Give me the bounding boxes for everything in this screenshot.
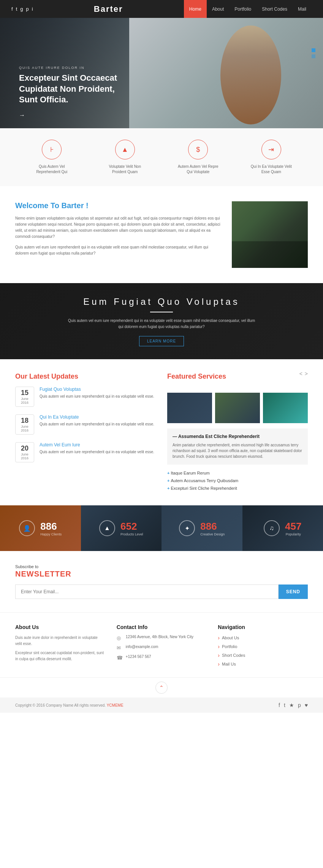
nav-portfolio[interactable]: Portfolio xyxy=(229,0,256,18)
footer-nav-col: Navigation About Us Portfolio Short Code… xyxy=(218,624,308,670)
update-link-3[interactable]: Autem Vel Eum Iure xyxy=(40,442,156,448)
footer-about-title: About Us xyxy=(15,624,105,630)
hero-arrow[interactable]: → xyxy=(19,112,25,119)
social-google[interactable]: g xyxy=(20,6,23,12)
features-section: ⊦ Quis Autem Vel Reprehenderit Qui ▲ Vol… xyxy=(0,128,323,186)
hero-title: Excepteur Sint Occaecat Cupidatat Non Pr… xyxy=(19,73,133,105)
social-pinterest[interactable]: p xyxy=(26,6,28,12)
footer-nav-shortcodes[interactable]: Short Codes xyxy=(218,652,308,658)
stat-panel-2: ▲ 652 Products Level xyxy=(81,505,162,551)
credit-link[interactable]: YCMEME xyxy=(107,703,124,707)
stat-panel-4: ♫ 457 Popularity xyxy=(242,505,323,551)
services-featured-text: Anim pariatur cliche reprehenderit, enim… xyxy=(173,442,302,459)
nav-home[interactable]: Home xyxy=(184,0,207,18)
welcome-para2: Quis autem vel eum iure reprehenderit qu… xyxy=(15,244,220,256)
service-img-1 xyxy=(167,393,212,423)
update-item-2: 18 June 2016 Qui In Ea Voluptate Quis au… xyxy=(15,414,156,435)
services-column: Featured Services < > Assumenda Est Clic… xyxy=(167,373,308,492)
parallax-text: Quis autem vel eum iure reprehenderit qu… xyxy=(66,318,256,330)
footer-star-icon[interactable]: ★ xyxy=(289,702,294,708)
hero-dots xyxy=(312,48,315,58)
stat-number-4: 457 xyxy=(285,521,301,532)
footer-nav-about[interactable]: About Us xyxy=(218,635,308,641)
stat-label-2: Products Level xyxy=(120,532,143,536)
stat-label-4: Popularity xyxy=(285,532,301,536)
location-icon: ◎ xyxy=(117,635,123,641)
update-item-1: 15 June 2016 Fugiat Quo Voluptas Quis au… xyxy=(15,387,156,407)
nav-links: Home About Portfolio Short Codes Mail xyxy=(184,0,312,18)
newsletter-section: Subscribe to NEWSLETTER SEND xyxy=(0,551,323,612)
update-link-2[interactable]: Qui In Ea Voluptate xyxy=(40,414,156,420)
social-twitter[interactable]: t xyxy=(16,6,17,12)
welcome-title: Welcome To Barter ! xyxy=(15,201,220,210)
scroll-up-area: ⌃ xyxy=(0,677,323,698)
updates-column: Our Latest Updates 15 June 2016 Fugiat Q… xyxy=(15,373,156,492)
update-date-2: 18 June 2016 xyxy=(15,414,34,435)
hero-label: QUIS AUTE IRURE DOLOR IN xyxy=(19,66,133,70)
feature-1-icon: ⊦ xyxy=(42,140,62,159)
service-img-3 xyxy=(263,393,308,423)
newsletter-send-button[interactable]: SEND xyxy=(279,585,308,599)
hero-section: QUIS AUTE IRURE DOLOR IN Excepteur Sint … xyxy=(0,18,323,128)
feature-1-text: Quis Autem Vel Reprehenderit Qui xyxy=(29,164,74,175)
stat-label-3: Creative Design xyxy=(200,532,225,536)
services-title: Featured Services xyxy=(167,373,226,381)
stat-content-2: 652 Products Level xyxy=(120,521,143,536)
welcome-left: Welcome To Barter ! Nemo enim ipsam volu… xyxy=(15,201,220,261)
parallax-section: Eum Fugiat Quo Voluptas Quis autem vel e… xyxy=(0,283,323,359)
hero-content: QUIS AUTE IRURE DOLOR IN Excepteur Sint … xyxy=(19,66,133,105)
feature-4-icon: ⇥ xyxy=(261,140,281,159)
footer-phone: ☎ +1234 567 567 xyxy=(117,655,207,661)
stat-icon-3: ✦ xyxy=(179,520,195,536)
social-links: f t g p i xyxy=(11,6,33,12)
scroll-up-button[interactable]: ⌃ xyxy=(155,682,168,694)
email-icon: ✉ xyxy=(117,645,123,651)
footer-facebook-icon[interactable]: f xyxy=(279,702,280,708)
footer-twitter-icon[interactable]: t xyxy=(284,702,285,708)
newsletter-sublabel: Subscribe to xyxy=(15,564,308,569)
update-date-1: 15 June 2016 xyxy=(15,387,34,407)
copyright-text: Copyright © 2016 Company Name All rights… xyxy=(15,703,124,707)
hero-image xyxy=(129,18,323,128)
services-featured: Assumenda Est Cliche Reprehenderit Anim … xyxy=(167,428,308,465)
stat-number-3: 886 xyxy=(200,521,225,532)
feature-3: $ Autem Autem Vel Repre Qui Voluptate xyxy=(175,140,221,175)
footer-nav-list: About Us Portfolio Short Codes Mail Us xyxy=(218,635,308,667)
nav-mail[interactable]: Mail xyxy=(293,0,312,18)
nav-shortcodes[interactable]: Short Codes xyxy=(256,0,293,18)
footer-pinterest-icon[interactable]: p xyxy=(298,702,301,708)
footer-nav-mail[interactable]: Mail Us xyxy=(218,661,308,667)
stat-panel-3: ✦ 886 Creative Design xyxy=(162,505,242,551)
footer-address: ◎ 12346 Avenue, 4th Block, New York City xyxy=(117,635,207,641)
update-link-1[interactable]: Fugiat Quo Voluptas xyxy=(40,387,156,392)
services-navigation: < > xyxy=(299,371,308,377)
footer-rss-icon[interactable]: ♥ xyxy=(305,702,308,708)
service-img-2 xyxy=(215,393,260,423)
feature-3-icon: $ xyxy=(188,140,208,159)
services-images xyxy=(167,393,308,423)
navbar: f t g p i Barter Home About Portfolio Sh… xyxy=(0,0,323,18)
feature-2-text: Voluptate Velit Non Proident Quam xyxy=(102,164,148,175)
parallax-title: Eum Fugiat Quo Voluptas xyxy=(83,296,240,307)
update-content-3: Autem Vel Eum Iure Quis autem vel eum iu… xyxy=(40,442,156,455)
services-list: Itaque Earum Rerum Autem Accusamus Terry… xyxy=(167,469,308,492)
footer-nav-portfolio[interactable]: Portfolio xyxy=(218,643,308,650)
nav-about[interactable]: About xyxy=(207,0,229,18)
parallax-btn[interactable]: LEARN MORE xyxy=(139,336,184,346)
services-prev[interactable]: < xyxy=(299,371,302,377)
footer-about-text1: Duis aute irure dolor in reprehenderit i… xyxy=(15,635,105,647)
stats-section: 👤 886 Happy Clients ▲ 652 Products Level… xyxy=(0,505,323,551)
welcome-section: Welcome To Barter ! Nemo enim ipsam volu… xyxy=(0,186,323,283)
welcome-para1: Nemo enim ipsam voluptatem quia voluptas… xyxy=(15,215,220,240)
social-facebook[interactable]: f xyxy=(11,6,13,12)
social-linkedin[interactable]: i xyxy=(32,6,33,12)
update-item-3: 20 June 2016 Autem Vel Eum Iure Quis aut… xyxy=(15,442,156,462)
footer-about-text2: Excepteur sint occaecat cupidatat non-pr… xyxy=(15,650,105,662)
stat-content-4: 457 Popularity xyxy=(285,521,301,536)
brand-logo[interactable]: Barter xyxy=(94,4,123,14)
newsletter-email-input[interactable] xyxy=(15,585,279,599)
stat-label-1: Happy Clients xyxy=(40,532,62,536)
update-date-3: 20 June 2016 xyxy=(15,442,34,462)
services-next[interactable]: > xyxy=(305,371,308,377)
footer-columns: About Us Duis aute irure dolor in repreh… xyxy=(0,612,323,677)
